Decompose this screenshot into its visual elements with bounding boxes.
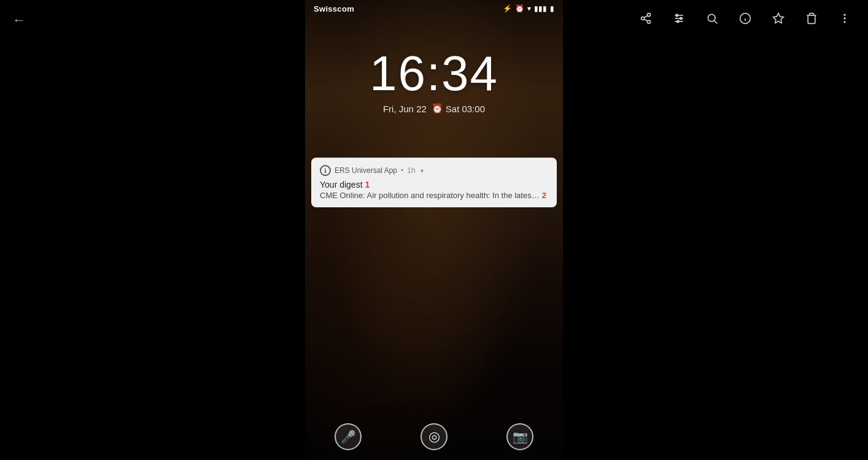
notification-expand-icon[interactable]: ▾ (420, 167, 424, 174)
notification-card[interactable]: ℹ ERS Universal App • 1h ▾ Your digest 1… (311, 158, 557, 207)
svg-point-0 (648, 13, 651, 17)
status-icons: ⚡ ⏰ ▾ ▮▮▮ ▮ (503, 5, 554, 12)
alarm-info: ⏰ Sat 03:00 (432, 103, 485, 114)
svg-point-19 (843, 21, 845, 23)
notification-body: CME Online: Air pollution and respirator… (320, 191, 548, 200)
camera-icon: 📷 (513, 429, 528, 444)
alarm-time: Sat 03:00 (446, 104, 485, 114)
toolbar-icons (635, 7, 856, 29)
back-arrow[interactable]: ← (12, 12, 26, 28)
share-button[interactable] (635, 7, 657, 29)
svg-point-1 (641, 17, 645, 20)
clock-time: 16:34 (370, 49, 498, 98)
svg-line-12 (715, 21, 718, 24)
notification-body-text: CME Online: Air pollution and respirator… (320, 191, 540, 200)
phone-screen: Swisscom ⚡ ⏰ ▾ ▮▮▮ ▮ 16:34 Fri, Jun 22 ⏰… (305, 0, 563, 460)
mic-icon: 🎤 (341, 429, 356, 444)
app-icon: ℹ (320, 165, 331, 176)
svg-point-11 (708, 14, 715, 21)
more-button[interactable] (834, 7, 856, 29)
app-icon-symbol: ℹ (324, 167, 327, 174)
signal-icon: ▮▮▮ (534, 5, 547, 12)
notification-time: 1h (407, 166, 415, 175)
info-button[interactable] (734, 7, 756, 29)
left-panel (0, 0, 305, 460)
clock-date: Fri, Jun 22 ⏰ Sat 03:00 (383, 103, 485, 114)
alarm-icon: ⏰ (515, 5, 524, 12)
equalizer-button[interactable] (668, 7, 690, 29)
notification-dot: • (401, 166, 403, 175)
svg-point-9 (680, 17, 682, 19)
search-button[interactable] (701, 7, 723, 29)
clock-area: 16:34 Fri, Jun 22 ⏰ Sat 03:00 (305, 49, 563, 114)
notification-title-text: Your digest (320, 180, 363, 190)
camera-button[interactable]: 📷 (506, 423, 533, 450)
bottom-bar: 🎤 ◎ 📷 (305, 423, 563, 450)
date-text: Fri, Jun 22 (383, 104, 427, 114)
svg-marker-16 (773, 13, 784, 23)
fingerprint-icon: ◎ (428, 429, 440, 445)
svg-point-17 (843, 14, 845, 16)
mic-button[interactable]: 🎤 (335, 423, 362, 450)
notification-body-badge: 2 (542, 191, 546, 200)
star-button[interactable] (767, 7, 789, 29)
notification-title-badge: 1 (365, 180, 370, 190)
delete-button[interactable] (800, 7, 823, 29)
svg-point-10 (677, 20, 679, 22)
carrier-name: Swisscom (314, 4, 354, 13)
right-toolbar (563, 0, 868, 460)
notification-app-name: ERS Universal App (335, 166, 397, 175)
bluetooth-icon: ⚡ (503, 5, 512, 12)
notification-title: Your digest 1 (320, 180, 548, 190)
svg-line-3 (644, 19, 648, 21)
battery-icon: ▮ (550, 5, 554, 12)
alarm-icon-clock: ⏰ (432, 103, 443, 114)
svg-line-4 (644, 15, 648, 17)
wifi-icon: ▾ (527, 5, 531, 12)
svg-point-8 (676, 14, 678, 16)
svg-point-18 (843, 17, 845, 19)
fingerprint-button[interactable]: ◎ (420, 423, 448, 450)
svg-point-2 (648, 20, 651, 23)
notification-header: ℹ ERS Universal App • 1h ▾ (320, 165, 548, 176)
status-bar: Swisscom ⚡ ⏰ ▾ ▮▮▮ ▮ (305, 0, 563, 17)
